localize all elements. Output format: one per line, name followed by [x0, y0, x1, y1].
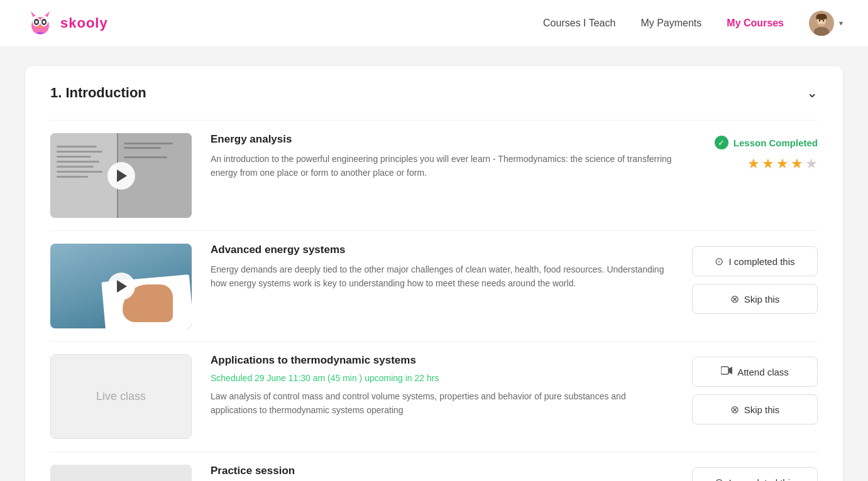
chevron-down-icon: ▾: [839, 19, 843, 28]
star-3: ★: [776, 156, 789, 172]
play-icon-2: [117, 280, 127, 293]
live-class-thumbnail: Live class: [50, 354, 192, 439]
lesson-info-2: Advanced energy systems Energy demands a…: [211, 244, 673, 291]
section-title: 1. Introduction: [50, 85, 146, 101]
completed-text: Lesson Completed: [733, 138, 818, 148]
completed-button-4[interactable]: ⊙ I completed this: [692, 467, 818, 481]
lesson-info-3: Applications to thermodynamic systems Sc…: [211, 354, 673, 418]
star-2: ★: [762, 156, 774, 172]
completed-btn-label-4: I completed this: [728, 477, 794, 482]
lesson-completed-badge: ✓ Lesson Completed ★ ★ ★ ★ ★: [715, 136, 818, 172]
live-class-label: Live class: [96, 390, 146, 403]
svg-marker-9: [31, 11, 36, 17]
owl-icon: [25, 8, 55, 38]
lesson-thumbnail-1[interactable]: [50, 133, 192, 218]
svg-point-5: [35, 21, 38, 24]
lesson-actions-2: ⊙ I completed this ⊗ Skip this: [692, 244, 818, 314]
svg-marker-10: [45, 11, 50, 17]
svg-point-16: [819, 20, 820, 22]
nav: Courses I Teach My Payments My Courses: [543, 11, 843, 36]
play-button-1[interactable]: [107, 162, 135, 190]
lesson-thumbnail-4: [50, 465, 192, 481]
stars-rating: ★ ★ ★ ★ ★: [747, 156, 818, 172]
book-title-block: [124, 143, 185, 158]
lesson-thumbnail-3: Live class: [50, 354, 192, 439]
section-collapse-icon[interactable]: ⌄: [806, 85, 818, 101]
logo[interactable]: skooly: [25, 8, 108, 38]
lesson-schedule: Scheduled 29 June 11:30 am (45 min ) upc…: [211, 373, 673, 383]
star-4: ★: [791, 156, 803, 172]
lesson-desc-3: Law analysis of control mass and control…: [211, 389, 673, 418]
avatar-image: [809, 11, 834, 36]
check-circle-icon-4: ⊙: [715, 476, 723, 482]
svg-marker-20: [728, 367, 732, 374]
lesson-row: Live class Applications to thermodynamic…: [50, 341, 818, 451]
avatar: [809, 11, 834, 36]
completed-badge: ✓ Lesson Completed: [715, 136, 818, 149]
play-icon: [117, 170, 127, 182]
lesson-row: Advanced energy systems Energy demands a…: [50, 230, 818, 341]
attend-btn-label: Attend class: [737, 367, 789, 377]
lesson-title-2: Advanced energy systems: [211, 244, 673, 256]
attend-button[interactable]: Attend class: [692, 357, 818, 387]
skip-btn-label-3: Skip this: [744, 404, 780, 415]
lesson-actions-1: ✓ Lesson Completed ★ ★ ★ ★ ★: [692, 133, 818, 172]
lesson-info-1: Energy analysis An introduction to the p…: [211, 133, 673, 180]
star-1: ★: [747, 156, 760, 172]
user-menu[interactable]: ▾: [809, 11, 843, 36]
video-icon: [721, 365, 732, 378]
play-button-2[interactable]: [107, 273, 135, 300]
logo-text: skooly: [60, 15, 108, 31]
svg-rect-11: [38, 32, 43, 34]
check-circle-icon: ⊙: [715, 255, 723, 268]
book-text: [57, 146, 114, 178]
completed-btn-label-2: I completed this: [728, 256, 794, 267]
lesson-thumbnail-2[interactable]: [50, 244, 192, 328]
section-header: 1. Introduction ⌄: [50, 85, 818, 101]
lesson-actions-3: Attend class ⊗ Skip this: [692, 354, 818, 424]
lesson-row: Energy analysis An introduction to the p…: [50, 120, 818, 230]
svg-point-6: [43, 21, 45, 24]
completed-button-2[interactable]: ⊙ I completed this: [692, 246, 818, 276]
lesson-row: Practice session To practice your analyt…: [50, 451, 818, 481]
lesson-desc-1: An introduction to the powerful engineer…: [211, 152, 673, 180]
x-circle-icon-3: ⊗: [730, 403, 739, 416]
skip-button-3[interactable]: ⊗ Skip this: [692, 394, 818, 424]
completed-check-icon: ✓: [715, 136, 728, 149]
nav-courses-teach[interactable]: Courses I Teach: [543, 18, 615, 29]
main-content: 1. Introduction ⌄: [0, 47, 868, 481]
star-5: ★: [805, 156, 818, 172]
svg-rect-19: [721, 367, 728, 374]
nav-my-payments[interactable]: My Payments: [640, 18, 701, 29]
lesson-desc-2: Energy demands are deeply tied to the ot…: [211, 262, 673, 291]
svg-point-17: [823, 20, 824, 22]
lesson-info-4: Practice session To practice your analyt…: [211, 465, 673, 481]
skip-btn-label-2: Skip this: [744, 294, 780, 305]
lesson-title-3: Applications to thermodynamic systems: [211, 354, 673, 367]
nav-my-courses[interactable]: My Courses: [727, 18, 784, 29]
skip-button-2[interactable]: ⊗ Skip this: [692, 284, 818, 314]
x-circle-icon: ⊗: [730, 293, 739, 306]
lesson-actions-4: ⊙ I completed this: [692, 465, 818, 481]
header: skooly Courses I Teach My Payments My Co…: [0, 0, 868, 47]
lesson-title-1: Energy analysis: [211, 133, 673, 146]
section-card: 1. Introduction ⌄: [25, 66, 843, 481]
lesson-title-4: Practice session: [211, 465, 673, 477]
